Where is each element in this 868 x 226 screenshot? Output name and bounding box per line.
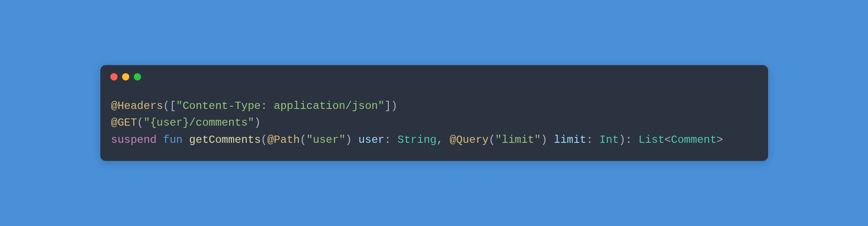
keyword-suspend: suspend — [111, 134, 157, 146]
param-user: user — [359, 134, 385, 146]
keyword-fun: fun — [163, 134, 183, 146]
maximize-icon[interactable] — [134, 73, 141, 80]
close-bracket: ] — [384, 100, 391, 112]
close-paren: ) — [391, 100, 397, 112]
string-limit: "limit" — [495, 134, 541, 146]
string-content-type: "Content-Type: application/json" — [176, 100, 385, 112]
query-close: ) — [541, 134, 547, 146]
string-path: "{user}/comments" — [144, 117, 255, 129]
code-window: @Headers(["Content-Type: application/jso… — [100, 65, 768, 161]
annotation-get: @GET — [111, 117, 137, 129]
annotation-path: @Path — [267, 134, 300, 146]
gt: > — [717, 134, 723, 146]
open-paren: ( — [261, 134, 267, 146]
open-bracket: [ — [170, 100, 176, 112]
param-limit: limit — [554, 134, 586, 146]
annotation-query: @Query — [450, 134, 489, 146]
open-paren: ( — [163, 100, 170, 112]
minimize-icon[interactable] — [122, 73, 129, 80]
close-paren: ) — [254, 117, 260, 129]
type-comment: Comment — [671, 134, 717, 146]
path-close: ) — [345, 134, 352, 146]
open-paren: ( — [137, 117, 143, 129]
function-name: getComments — [189, 134, 260, 146]
close-icon[interactable] — [110, 73, 118, 80]
string-user: "user" — [307, 134, 345, 146]
colon: : — [625, 134, 632, 146]
type-string: String — [397, 134, 436, 146]
query-open: ( — [489, 134, 495, 146]
type-list: List — [638, 134, 665, 146]
code-content: @Headers(["Content-Type: application/jso… — [100, 85, 768, 161]
titlebar — [100, 65, 768, 85]
path-open: ( — [300, 134, 306, 146]
colon: : — [586, 134, 593, 146]
close-paren: ) — [619, 134, 625, 146]
lt: < — [665, 134, 671, 146]
type-int: Int — [599, 134, 619, 146]
comma: , — [437, 134, 443, 146]
annotation-headers: @Headers — [111, 100, 163, 112]
colon: : — [384, 134, 391, 146]
